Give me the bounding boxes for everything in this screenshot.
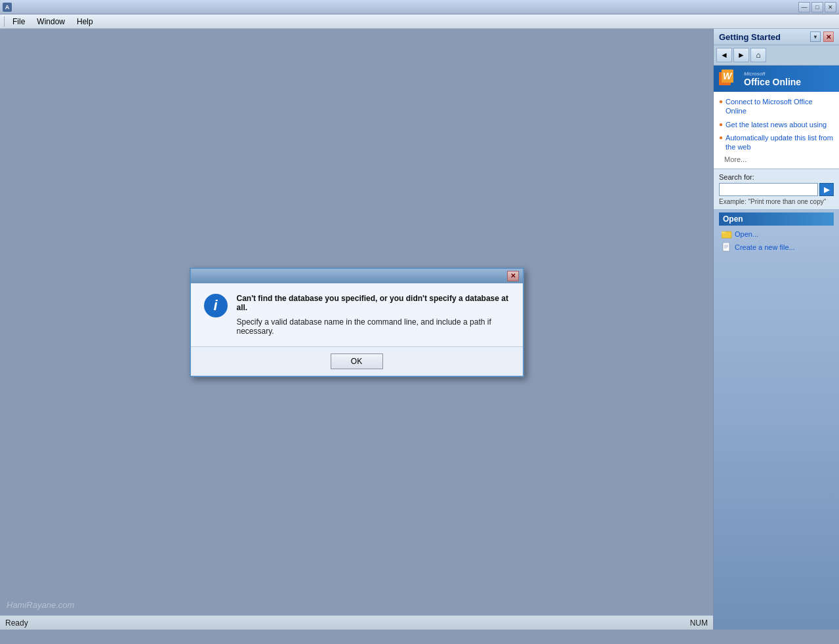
- panel-close-button[interactable]: ✕: [823, 31, 834, 42]
- office-logo-icon: W: [719, 70, 740, 88]
- panel-link-text-2: Get the latest news about using: [726, 120, 827, 129]
- title-bar: A — □ ✕: [0, 0, 839, 14]
- content-area: HamiRayane.com ✕ i Can't find the databa…: [0, 29, 713, 630]
- office-logo-area: W Microsoft Office Online: [714, 66, 839, 92]
- panel-link-text-1: Connect to Microsoft Office Online: [726, 97, 834, 116]
- status-right: NUM: [690, 618, 708, 628]
- svg-text:W: W: [723, 71, 733, 81]
- search-row: ▶: [719, 183, 834, 196]
- status-bar: Ready NUM: [0, 615, 713, 630]
- menu-window[interactable]: Window: [31, 16, 70, 28]
- panel-nav-home-button[interactable]: ⌂: [750, 48, 766, 62]
- panel-nav-back-button[interactable]: ◄: [716, 48, 732, 62]
- menu-help[interactable]: Help: [72, 16, 98, 28]
- search-button[interactable]: ▶: [819, 183, 834, 196]
- search-example: Example: "Print more than one copy": [719, 198, 834, 205]
- dialog-ok-button[interactable]: OK: [331, 353, 383, 369]
- panel-dropdown-button[interactable]: ▼: [810, 31, 821, 42]
- panel-open-section: Open Open... Create a new file...: [714, 210, 839, 257]
- dialog-overlay: ✕ i Can't find the database you specifie…: [0, 29, 713, 615]
- panel-links: ● Connect to Microsoft Office Online ● G…: [714, 92, 839, 169]
- bullet-3: ●: [719, 134, 723, 141]
- svg-rect-4: [722, 231, 726, 233]
- panel-controls: ▼ ✕: [810, 31, 834, 42]
- menu-file[interactable]: File: [7, 16, 30, 28]
- dialog-main-message: Can't find the database you specified, o…: [237, 294, 510, 312]
- menu-separator: [4, 16, 5, 27]
- panel-search: Search for: ▶ Example: "Print more than …: [714, 169, 839, 210]
- minimize-button[interactable]: —: [798, 2, 810, 12]
- open-section-header: Open: [719, 212, 834, 226]
- bullet-2: ●: [719, 121, 723, 128]
- maximize-button[interactable]: □: [811, 2, 823, 12]
- dialog-info-icon: i: [204, 294, 228, 317]
- main-area: HamiRayane.com ✕ i Can't find the databa…: [0, 29, 839, 630]
- app-icon: A: [3, 3, 12, 12]
- dialog-footer: OK: [191, 346, 523, 376]
- panel-open-item-2[interactable]: Create a new file...: [719, 241, 834, 253]
- dialog-message-row: i Can't find the database you specified,…: [204, 294, 510, 336]
- status-num: NUM: [690, 618, 708, 628]
- panel-link-text-3: Automatically update this list from the …: [726, 133, 834, 152]
- open-item-text-2: Create a new file...: [735, 243, 795, 251]
- app-icon-letter: A: [5, 4, 10, 10]
- panel-link-item-1[interactable]: ● Connect to Microsoft Office Online: [719, 97, 834, 116]
- dialog-messages: Can't find the database you specified, o…: [237, 294, 510, 336]
- panel-header: Getting Started ▼ ✕: [714, 29, 839, 45]
- dialog-sub-message: Specify a valid database name in the com…: [237, 317, 510, 336]
- office-name-label: Office Online: [744, 77, 801, 87]
- panel-link-item-3[interactable]: ● Automatically update this list from th…: [719, 133, 834, 152]
- folder-icon: [722, 230, 732, 239]
- status-ready: Ready: [5, 618, 28, 628]
- search-label: Search for:: [719, 173, 834, 181]
- office-logo-text: Microsoft Office Online: [744, 71, 801, 87]
- title-bar-left: A: [3, 3, 12, 12]
- office-microsoft-label: Microsoft: [744, 71, 801, 77]
- close-button[interactable]: ✕: [825, 2, 836, 12]
- panel-nav: ◄ ► ⌂: [714, 45, 839, 66]
- new-file-icon: [722, 243, 732, 252]
- search-input[interactable]: [719, 183, 818, 196]
- dialog-close-button[interactable]: ✕: [507, 271, 519, 281]
- error-dialog: ✕ i Can't find the database you specifie…: [190, 268, 524, 377]
- right-panel: Getting Started ▼ ✕ ◄ ► ⌂ W Micr: [713, 29, 839, 630]
- panel-open-item-1[interactable]: Open...: [719, 228, 834, 240]
- title-bar-controls: — □ ✕: [798, 2, 836, 12]
- panel-title: Getting Started: [719, 32, 781, 42]
- dialog-body: i Can't find the database you specified,…: [191, 283, 523, 346]
- open-item-text-1: Open...: [735, 230, 758, 238]
- panel-more-link[interactable]: More...: [719, 155, 834, 163]
- panel-link-item-2[interactable]: ● Get the latest news about using: [719, 120, 834, 129]
- bullet-1: ●: [719, 98, 723, 105]
- dialog-title-bar: ✕: [191, 269, 523, 283]
- panel-nav-forward-button[interactable]: ►: [733, 48, 749, 62]
- menu-bar: File Window Help: [0, 14, 839, 29]
- svg-rect-5: [723, 243, 729, 251]
